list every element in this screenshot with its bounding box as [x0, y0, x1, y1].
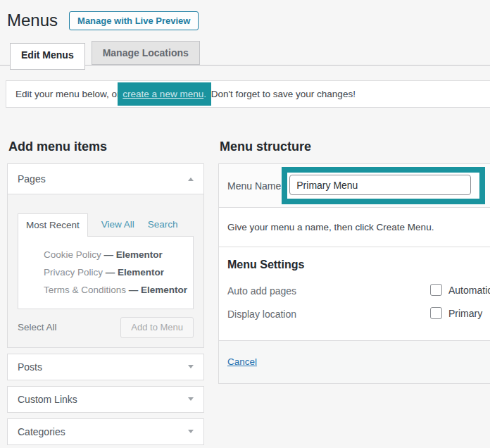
auto-add-pages-label: Auto add pages: [227, 285, 296, 297]
display-location-primary-checkbox[interactable]: [430, 307, 442, 319]
accordion-posts-label: Posts: [18, 361, 42, 373]
accordion-posts[interactable]: Posts: [7, 354, 204, 380]
auto-add-pages-control: Automatically: [430, 284, 490, 296]
tab-most-recent[interactable]: Most Recent: [18, 213, 88, 237]
notice-text-before: Edit your menu below, or: [15, 89, 122, 99]
display-location-label: Display location: [227, 309, 296, 320]
cancel-link[interactable]: Cancel: [227, 356, 257, 367]
tab-search[interactable]: Search: [148, 219, 178, 236]
menu-name-row: Menu Name: [219, 164, 490, 208]
list-item[interactable]: Terms & Conditions — Elementor: [18, 281, 193, 299]
display-location-checkbox-label: Primary: [448, 308, 482, 319]
page-item-state: — Elementor: [106, 267, 164, 278]
add-menu-items-column: Add menu items Pages Most Recent View Al…: [7, 140, 204, 445]
menu-card-footer: Cancel: [219, 340, 490, 383]
pages-inner-tabs: Most Recent View All Search: [18, 194, 194, 236]
list-item[interactable]: Cookie Policy — Elementor: [18, 246, 193, 263]
menu-settings-section: Menu Settings Auto add pages Automatical…: [219, 247, 490, 340]
pages-actions-row: Select All Add to Menu: [18, 309, 194, 347]
accordion-custom-links[interactable]: Custom Links: [7, 386, 204, 413]
chevron-down-icon: [188, 430, 194, 433]
tab-manage-locations[interactable]: Manage Locations: [92, 41, 200, 65]
setting-row-display-location: Display location Primary: [227, 307, 490, 321]
tab-view-all[interactable]: View All: [101, 219, 134, 236]
list-item[interactable]: Privacy Policy — Elementor: [18, 263, 193, 281]
page-header: Menus Manage with Live Preview: [0, 0, 490, 30]
accordion-categories[interactable]: Categories: [7, 418, 204, 445]
pages-list: Cookie Policy — Elementor Privacy Policy…: [18, 236, 194, 309]
setting-row-auto-add: Auto add pages Automatically: [227, 284, 490, 298]
page-item-state: — Elementor: [104, 249, 163, 260]
pages-panel-title: Pages: [18, 173, 46, 185]
annotation-highlight-menu-name: [282, 167, 485, 204]
page-title: Menus: [7, 11, 58, 30]
menu-name-input[interactable]: [289, 175, 471, 195]
menu-structure-heading: Menu structure: [220, 140, 490, 153]
notice-link-period: .: [203, 89, 206, 99]
select-all-link[interactable]: Select All: [18, 322, 57, 332]
page-item-title: Privacy Policy: [44, 267, 103, 278]
pages-panel: Pages Most Recent View All Search Cookie…: [7, 163, 204, 348]
create-new-menu-link[interactable]: create a new menu: [122, 89, 203, 99]
manage-live-preview-button[interactable]: Manage with Live Preview: [69, 11, 199, 30]
content-columns: Add menu items Pages Most Recent View Al…: [0, 140, 490, 445]
menu-settings-heading: Menu Settings: [227, 259, 490, 270]
page-item-title: Cookie Policy: [44, 249, 101, 260]
auto-add-checkbox-label: Automatically: [448, 285, 490, 296]
menu-help-text: Give your menu a name, then click Create…: [219, 208, 490, 247]
auto-add-checkbox[interactable]: [430, 284, 442, 296]
tab-edit-menus[interactable]: Edit Menus: [10, 43, 85, 70]
pages-panel-body: Most Recent View All Search Cookie Polic…: [8, 194, 203, 347]
add-to-menu-button[interactable]: Add to Menu: [120, 317, 194, 338]
annotation-highlight-create-link: create a new menu.: [118, 82, 211, 106]
menu-structure-column: Menu structure Menu Name Give your menu …: [218, 140, 490, 384]
notice-text-after: Don't forget to save your changes!: [208, 89, 356, 99]
menu-name-label: Menu Name: [227, 180, 281, 192]
page-item-title: Terms & Conditions: [44, 285, 126, 295]
chevron-down-icon: [188, 365, 194, 368]
screen-tabs: Edit Menus Manage Locations: [0, 41, 490, 66]
edit-menu-notice: Edit your menu below, or create a new me…: [6, 80, 490, 108]
accordion-categories-label: Categories: [18, 426, 65, 437]
accordion-custom-links-label: Custom Links: [18, 394, 77, 405]
display-location-control: Primary: [430, 307, 482, 319]
chevron-up-icon[interactable]: [188, 178, 194, 181]
menu-structure-card: Menu Name Give your menu a name, then cl…: [218, 163, 490, 384]
add-menu-items-heading: Add menu items: [8, 140, 204, 153]
pages-panel-header[interactable]: Pages: [8, 164, 203, 194]
page-item-state: — Elementor: [129, 285, 187, 295]
chevron-down-icon: [188, 397, 194, 401]
